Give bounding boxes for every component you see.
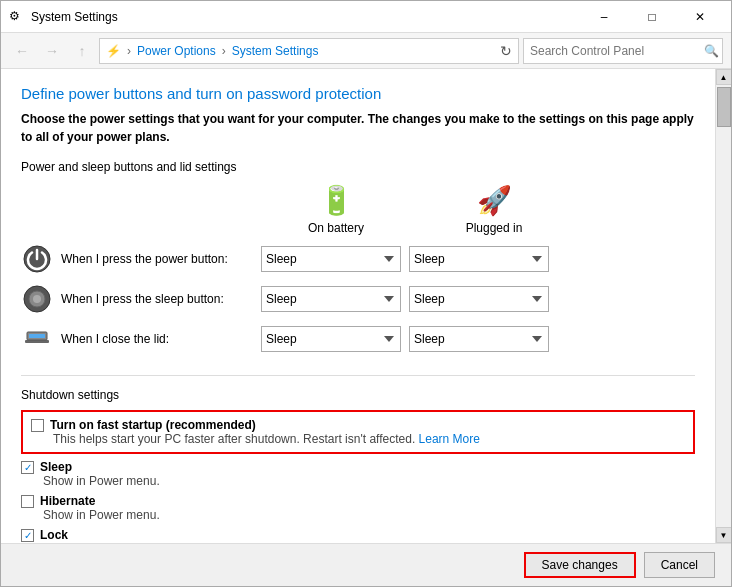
- scroll-track[interactable]: [716, 85, 731, 527]
- page-description: Choose the power settings that you want …: [21, 110, 695, 146]
- sleep-button-row: When I press the sleep button: Sleep Hib…: [21, 283, 695, 315]
- lid-plugged-select[interactable]: Sleep Hibernate Shut down Do nothing: [409, 326, 549, 352]
- sleep-button-battery-select[interactable]: Sleep Hibernate Shut down Do nothing: [261, 286, 401, 312]
- plugged-label: Plugged in: [466, 221, 523, 235]
- hibernate-checkbox[interactable]: [21, 495, 34, 508]
- hibernate-shutdown-label: Hibernate: [40, 494, 95, 508]
- breadcrumb-separator: ›: [127, 44, 131, 58]
- lock-shutdown-main: ✓ Lock: [21, 528, 695, 542]
- sleep-checkbox[interactable]: ✓: [21, 461, 34, 474]
- lock-checkbox[interactable]: ✓: [21, 529, 34, 542]
- fast-startup-learn-more-link[interactable]: Learn More: [419, 432, 480, 446]
- scrollbar[interactable]: ▲ ▼: [715, 69, 731, 543]
- title-bar: ⚙ System Settings – □ ✕: [1, 1, 731, 33]
- sleep-shutdown-item: ✓ Sleep Show in Power menu.: [21, 460, 695, 488]
- close-button[interactable]: ✕: [677, 7, 723, 27]
- up-button[interactable]: ↑: [69, 38, 95, 64]
- search-icon[interactable]: 🔍: [704, 44, 719, 58]
- hibernate-shutdown-main: Hibernate: [21, 494, 695, 508]
- breadcrumb-power-options[interactable]: Power Options: [137, 44, 216, 58]
- divider: [21, 375, 695, 376]
- minimize-button[interactable]: –: [581, 7, 627, 27]
- sleep-icon: [21, 283, 53, 315]
- breadcrumb-system-settings[interactable]: System Settings: [232, 44, 319, 58]
- window-icon: ⚙: [9, 9, 25, 25]
- power-button-battery-select[interactable]: Sleep Hibernate Shut down Do nothing: [261, 246, 401, 272]
- svg-rect-6: [29, 334, 45, 338]
- fast-startup-checkbox[interactable]: [31, 419, 44, 432]
- lid-row: When I close the lid: Sleep Hibernate Sh…: [21, 323, 695, 355]
- svg-point-3: [33, 295, 41, 303]
- bottom-bar: Save changes Cancel: [1, 543, 731, 586]
- power-button-label: When I press the power button:: [61, 252, 251, 266]
- battery-label: On battery: [308, 221, 364, 235]
- refresh-button[interactable]: ↻: [500, 43, 512, 59]
- power-button-row: When I press the power button: Sleep Hib…: [21, 243, 695, 275]
- lock-shutdown-item: ✓ Lock Show in account picture menu.: [21, 528, 695, 543]
- fast-startup-label: Turn on fast startup (recommended): [50, 418, 256, 432]
- lid-dropdowns: Sleep Hibernate Shut down Do nothing Sle…: [261, 326, 549, 352]
- sleep-shutdown-sub: Show in Power menu.: [43, 474, 695, 488]
- back-button[interactable]: ←: [9, 38, 35, 64]
- fast-startup-box: Turn on fast startup (recommended) This …: [21, 410, 695, 454]
- breadcrumb-sep2: ›: [222, 44, 226, 58]
- sleep-button-dropdowns: Sleep Hibernate Shut down Do nothing Sle…: [261, 286, 549, 312]
- lid-label: When I close the lid:: [61, 332, 251, 346]
- battery-icon: 🔋: [319, 184, 354, 217]
- lid-battery-select[interactable]: Sleep Hibernate Shut down Do nothing: [261, 326, 401, 352]
- window-title: System Settings: [31, 10, 581, 24]
- maximize-button[interactable]: □: [629, 7, 675, 27]
- power-button-dropdowns: Sleep Hibernate Shut down Do nothing Sle…: [261, 246, 549, 272]
- plugged-column-header: 🚀 Plugged in: [419, 184, 569, 235]
- section-label: Power and sleep buttons and lid settings: [21, 160, 695, 174]
- search-input[interactable]: [523, 38, 723, 64]
- sleep-button-plugged-select[interactable]: Sleep Hibernate Shut down Do nothing: [409, 286, 549, 312]
- content-wrapper: Define power buttons and turn on passwor…: [1, 69, 731, 543]
- fast-startup-main: Turn on fast startup (recommended): [31, 418, 685, 432]
- sleep-shutdown-label: Sleep: [40, 460, 72, 474]
- hibernate-shutdown-item: Hibernate Show in Power menu.: [21, 494, 695, 522]
- cancel-button[interactable]: Cancel: [644, 552, 715, 578]
- title-bar-controls: – □ ✕: [581, 7, 723, 27]
- hibernate-shutdown-sub: Show in Power menu.: [43, 508, 695, 522]
- forward-button[interactable]: →: [39, 38, 65, 64]
- page-title: Define power buttons and turn on passwor…: [21, 85, 695, 102]
- search-wrapper: 🔍: [523, 38, 723, 64]
- address-bar[interactable]: ⚡ › Power Options › System Settings ↻: [99, 38, 519, 64]
- power-button-plugged-select[interactable]: Sleep Hibernate Shut down Do nothing: [409, 246, 549, 272]
- power-icon: [21, 243, 53, 275]
- plugged-icon: 🚀: [477, 184, 512, 217]
- lid-icon: [21, 323, 53, 355]
- lock-shutdown-label: Lock: [40, 528, 68, 542]
- scroll-thumb[interactable]: [717, 87, 731, 127]
- main-content: Define power buttons and turn on passwor…: [1, 69, 715, 543]
- settings-grid: When I press the power button: Sleep Hib…: [21, 243, 695, 363]
- scroll-up-button[interactable]: ▲: [716, 69, 732, 85]
- shutdown-title: Shutdown settings: [21, 388, 695, 402]
- sleep-shutdown-main: ✓ Sleep: [21, 460, 695, 474]
- nav-bar: ← → ↑ ⚡ › Power Options › System Setting…: [1, 33, 731, 69]
- save-changes-button[interactable]: Save changes: [524, 552, 636, 578]
- scroll-down-button[interactable]: ▼: [716, 527, 732, 543]
- column-headers: 🔋 On battery 🚀 Plugged in: [261, 184, 695, 235]
- fast-startup-sublabel: This helps start your PC faster after sh…: [53, 432, 685, 446]
- description-normal: Choose the power settings that you want …: [21, 112, 368, 126]
- sleep-button-label: When I press the sleep button:: [61, 292, 251, 306]
- breadcrumb-icon: ⚡: [106, 44, 121, 58]
- battery-column-header: 🔋 On battery: [261, 184, 411, 235]
